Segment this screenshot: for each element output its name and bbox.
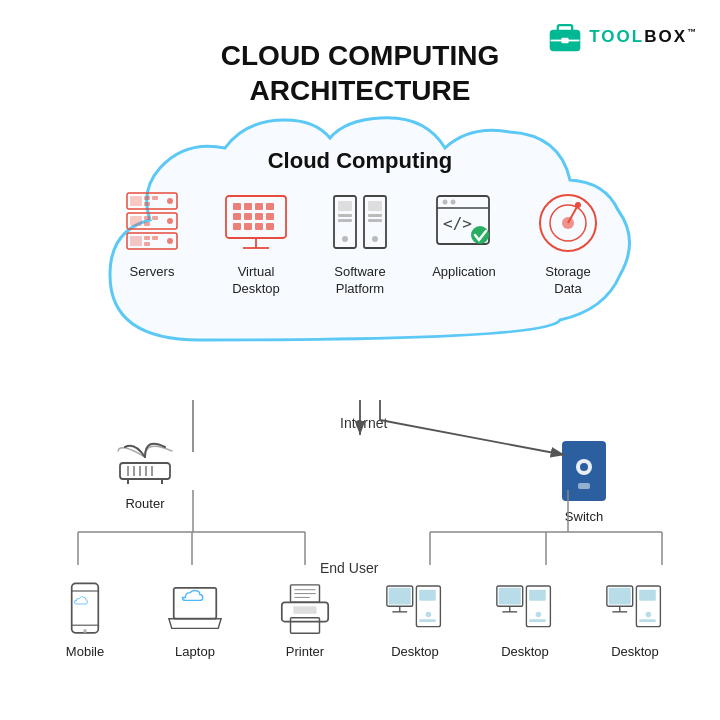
bottom-devices-row: Mobile Laptop <box>30 580 690 659</box>
svg-rect-21 <box>152 236 158 240</box>
desktop1-label: Desktop <box>391 644 439 659</box>
svg-rect-44 <box>368 201 382 211</box>
printer-icon <box>275 580 335 640</box>
mobile-icon <box>55 580 115 640</box>
cloud-item-application: </> Application <box>419 188 509 281</box>
svg-rect-40 <box>338 214 352 217</box>
desktop1-icon <box>385 580 445 640</box>
virtual-desktop-label: VirtualDesktop <box>232 264 280 298</box>
software-platform-label: SoftwarePlatform <box>334 264 385 298</box>
svg-point-47 <box>372 236 378 242</box>
laptop-label: Laptop <box>175 644 215 659</box>
svg-point-74 <box>83 629 87 633</box>
svg-rect-29 <box>244 213 252 220</box>
logo-tm: ™ <box>687 27 698 37</box>
svg-rect-7 <box>144 196 150 200</box>
cloud-container: Cloud Computing <box>50 110 670 400</box>
software-platform-icon <box>323 188 397 258</box>
storage-data-icon <box>531 188 605 258</box>
switch-group: Switch <box>558 437 610 524</box>
svg-rect-33 <box>244 223 252 230</box>
svg-rect-31 <box>266 213 274 220</box>
svg-rect-9 <box>152 196 158 200</box>
mobile-label: Mobile <box>66 644 104 659</box>
svg-point-51 <box>450 199 455 204</box>
end-user-label: End User <box>320 560 378 576</box>
svg-rect-96 <box>499 588 521 605</box>
svg-rect-15 <box>152 216 158 220</box>
svg-line-110 <box>380 420 565 455</box>
cloud-item-servers: Servers <box>107 188 197 281</box>
svg-point-58 <box>575 202 581 208</box>
svg-rect-104 <box>609 588 631 605</box>
cloud-item-software-platform: SoftwarePlatform <box>315 188 405 298</box>
svg-rect-30 <box>255 213 263 220</box>
svg-rect-25 <box>244 203 252 210</box>
switch-icon <box>558 437 610 505</box>
svg-rect-24 <box>233 203 241 210</box>
svg-rect-6 <box>130 196 142 206</box>
svg-rect-94 <box>529 619 546 622</box>
svg-rect-82 <box>291 618 320 633</box>
svg-rect-20 <box>144 242 150 246</box>
storage-data-label: StorageData <box>545 264 591 298</box>
device-desktop2: Desktop <box>485 580 565 659</box>
laptop-icon <box>165 580 225 640</box>
desktop3-icon <box>605 580 665 640</box>
router-label: Router <box>125 496 164 511</box>
svg-text:</>: </> <box>443 214 472 233</box>
device-desktop1: Desktop <box>375 580 455 659</box>
page-title: CLOUD COMPUTING ARCHITECTURE <box>0 38 720 108</box>
svg-point-50 <box>442 199 447 204</box>
internet-label: Internet <box>340 415 387 431</box>
svg-rect-86 <box>419 619 436 622</box>
svg-rect-34 <box>255 223 263 230</box>
printer-label: Printer <box>286 644 324 659</box>
router-group: Router <box>110 437 180 511</box>
svg-rect-100 <box>639 590 656 601</box>
router-icon <box>110 437 180 492</box>
svg-rect-102 <box>639 619 656 622</box>
desktop2-icon <box>495 580 555 640</box>
svg-point-22 <box>167 238 173 244</box>
svg-rect-12 <box>130 216 142 226</box>
device-printer: Printer <box>265 580 345 659</box>
svg-rect-70 <box>578 483 590 489</box>
svg-rect-81 <box>293 606 316 614</box>
svg-point-10 <box>167 198 173 204</box>
virtual-desktop-icon <box>219 188 293 258</box>
cloud-item-virtual-desktop: VirtualDesktop <box>211 188 301 298</box>
device-laptop: Laptop <box>155 580 235 659</box>
svg-rect-88 <box>389 588 411 605</box>
svg-point-93 <box>536 612 542 618</box>
cloud-items-row: Servers <box>100 188 620 298</box>
cloud-item-storage-data: StorageData <box>523 188 613 298</box>
svg-rect-84 <box>419 590 436 601</box>
svg-point-42 <box>342 236 348 242</box>
svg-rect-8 <box>144 202 150 206</box>
svg-point-101 <box>646 612 652 618</box>
svg-rect-28 <box>233 213 241 220</box>
svg-point-85 <box>426 612 432 618</box>
svg-rect-46 <box>368 219 382 222</box>
svg-rect-27 <box>266 203 274 210</box>
application-icon: </> <box>427 188 501 258</box>
svg-rect-13 <box>144 216 150 220</box>
device-mobile: Mobile <box>45 580 125 659</box>
svg-rect-39 <box>338 201 352 211</box>
cloud-label: Cloud Computing <box>50 148 670 174</box>
svg-rect-26 <box>255 203 263 210</box>
desktop3-label: Desktop <box>611 644 659 659</box>
servers-label: Servers <box>130 264 175 281</box>
servers-icon <box>115 188 189 258</box>
device-desktop3: Desktop <box>595 580 675 659</box>
svg-rect-18 <box>130 236 142 246</box>
svg-rect-19 <box>144 236 150 240</box>
desktop2-label: Desktop <box>501 644 549 659</box>
svg-rect-45 <box>368 214 382 217</box>
svg-rect-75 <box>174 587 217 618</box>
svg-rect-14 <box>144 222 150 226</box>
svg-rect-92 <box>529 590 546 601</box>
svg-point-69 <box>580 463 588 471</box>
svg-rect-41 <box>338 219 352 222</box>
